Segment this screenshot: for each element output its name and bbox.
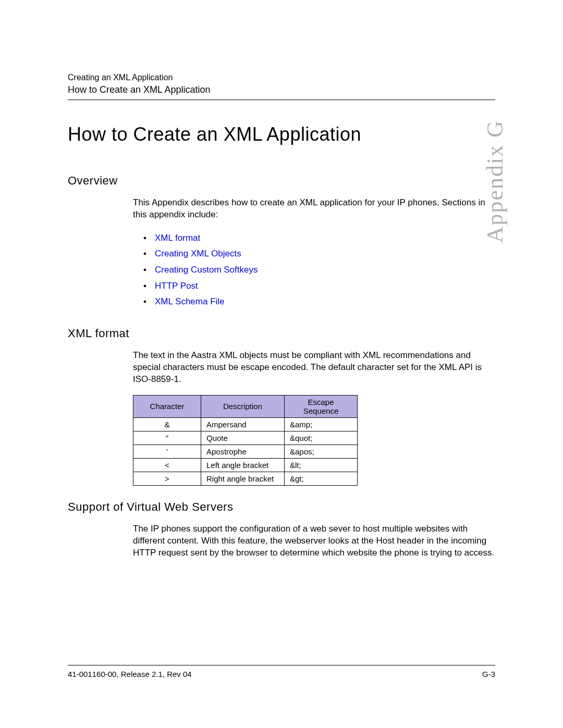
link-http-post[interactable]: HTTP Post (155, 281, 198, 291)
virtual-web-text: The IP phones support the configuration … (133, 523, 495, 559)
cell-desc: Right angle bracket (201, 472, 285, 485)
appendix-side-label: Appendix G (482, 120, 508, 243)
cell-desc: Quote (201, 431, 285, 445)
overview-link-list: XML format Creating XML Objects Creating… (143, 230, 495, 310)
table-row: " Quote &quot; (133, 431, 358, 445)
link-creating-custom-softkeys[interactable]: Creating Custom Softkeys (155, 265, 258, 275)
xml-format-text: The text in the Aastra XML objects must … (133, 350, 495, 386)
footer-right: G-3 (482, 670, 495, 678)
cell-char: & (133, 417, 201, 431)
cell-esc: &quot; (285, 431, 358, 445)
table-header-character: Character (133, 395, 201, 417)
page-header: Creating an XML Application How to Creat… (68, 73, 495, 100)
overview-text: This Appendix describes how to create an… (133, 197, 495, 221)
table-row: ' Apostrophe &apos; (133, 445, 358, 458)
table-header-description: Description (201, 395, 285, 417)
escape-sequence-table: Character Description Escape Sequence & … (133, 395, 358, 486)
table-row: > Right angle bracket &gt; (133, 472, 358, 485)
cell-esc: &gt; (285, 472, 358, 485)
table-row: < Left angle bracket &lt; (133, 458, 358, 472)
cell-char: > (133, 472, 201, 485)
header-breadcrumb: Creating an XML Application (68, 73, 495, 82)
page-footer: 41-001160-00, Release 2.1, Rev 04 G-3 (68, 665, 495, 678)
cell-esc: &amp; (285, 417, 358, 431)
link-xml-schema-file[interactable]: XML Schema File (155, 297, 225, 306)
cell-desc: Ampersand (201, 417, 285, 431)
header-section: How to Create an XML Application (68, 84, 495, 95)
virtual-web-heading: Support of Virtual Web Servers (68, 500, 495, 514)
page-title: How to Create an XML Application (68, 124, 495, 145)
table-row: & Ampersand &amp; (133, 417, 358, 431)
cell-esc: &apos; (285, 445, 358, 458)
cell-desc: Apostrophe (201, 445, 285, 458)
link-xml-format[interactable]: XML format (155, 233, 200, 243)
footer-left: 41-001160-00, Release 2.1, Rev 04 (68, 670, 192, 678)
cell-char: < (133, 458, 201, 472)
xml-format-heading: XML format (68, 327, 495, 340)
link-creating-xml-objects[interactable]: Creating XML Objects (155, 249, 241, 258)
cell-esc: &lt; (285, 458, 358, 472)
cell-char: ' (133, 445, 201, 458)
table-header-escape: Escape Sequence (285, 395, 358, 417)
cell-char: " (133, 431, 201, 445)
cell-desc: Left angle bracket (201, 458, 285, 472)
overview-heading: Overview (68, 174, 495, 188)
